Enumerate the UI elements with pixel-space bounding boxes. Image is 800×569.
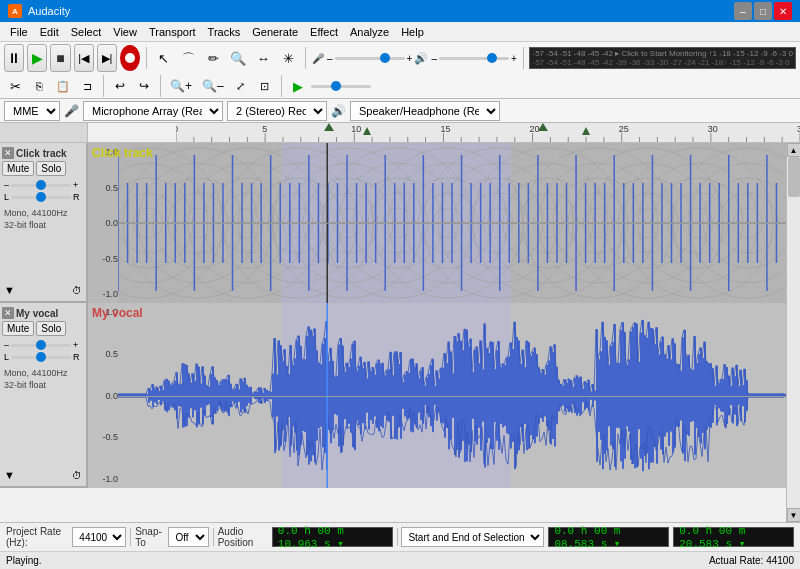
snap-to-select[interactable]: Off: [168, 527, 209, 547]
zoom-out-button[interactable]: 🔍–: [198, 75, 228, 97]
marker-icon2: [582, 127, 590, 135]
bottom-bar: Project Rate (Hz): 44100 Snap-To Off Aud…: [0, 522, 800, 551]
click-track-label: Click track: [92, 146, 153, 160]
vocal-solo-button[interactable]: Solo: [36, 321, 66, 336]
vocal-gain-row: – +: [4, 340, 82, 350]
zoom-fit-button[interactable]: ⤢: [230, 75, 252, 97]
input-volume-range[interactable]: [335, 57, 405, 60]
click-track-content[interactable]: Click track 1.0 0.5 0.0 -0.5 -1.0: [88, 143, 786, 303]
scroll-up-button[interactable]: ▲: [787, 143, 801, 157]
click-track-y-axis: 1.0 0.5 0.0 -0.5 -1.0: [88, 143, 118, 303]
main-content: File Edit Select View Transport Tracks G…: [0, 22, 800, 569]
sep4: [103, 75, 104, 97]
undo-button[interactable]: ↩: [109, 75, 131, 97]
click-track-close[interactable]: ✕: [2, 147, 14, 159]
click-solo-button[interactable]: Solo: [36, 161, 66, 176]
play-button[interactable]: ▶: [27, 44, 47, 72]
vocal-mute-button[interactable]: Mute: [2, 321, 34, 336]
menu-view[interactable]: View: [107, 25, 143, 39]
input-channels-select[interactable]: 2 (Stereo) Recor: [227, 101, 327, 121]
cut-button[interactable]: ✂: [4, 75, 26, 97]
click-pan-row: L R: [4, 192, 82, 202]
minimize-button[interactable]: –: [734, 2, 752, 20]
menu-transport[interactable]: Transport: [143, 25, 202, 39]
paste-button[interactable]: 📋: [52, 75, 74, 97]
menu-file[interactable]: File: [4, 25, 34, 39]
vocal-track-name: My vocal: [16, 308, 84, 319]
redo-button[interactable]: ↪: [133, 75, 155, 97]
vy4: -0.5: [102, 432, 118, 442]
vocal-pan-slider[interactable]: [11, 356, 71, 359]
separator3: [523, 47, 524, 69]
click-gain-slider[interactable]: [11, 184, 71, 187]
close-button[interactable]: ✕: [774, 2, 792, 20]
scroll-thumb[interactable]: [788, 157, 800, 197]
bottom-controls: Project Rate (Hz): 44100 Snap-To Off Aud…: [4, 523, 796, 551]
selection-end-value: 0.0 h 00 m 20.583 s ▾: [679, 525, 788, 550]
vocal-track-content[interactable]: My vocal 1.0 0.5 0.0 -0.5 -1.0: [88, 303, 786, 488]
vocal-gain-slider[interactable]: [11, 344, 71, 347]
host-select[interactable]: MME: [4, 101, 60, 121]
window-controls: – □ ✕: [734, 2, 792, 20]
skip-back-button[interactable]: |◀: [74, 44, 94, 72]
scroll-track[interactable]: [787, 157, 801, 508]
draw-tool[interactable]: ✏: [202, 47, 224, 69]
plus-icon: +: [407, 53, 413, 64]
click-pan-slider[interactable]: [11, 196, 71, 199]
envelope-tool[interactable]: ⌒: [177, 47, 199, 69]
selection-tool[interactable]: ↖: [152, 47, 174, 69]
zoom-in-button[interactable]: 🔍+: [166, 75, 196, 97]
output-volume-slider[interactable]: – +: [431, 53, 516, 64]
menu-tracks[interactable]: Tracks: [202, 25, 247, 39]
multi-icon: ✳: [283, 52, 294, 65]
record-button[interactable]: [120, 45, 140, 71]
timeshift-tool[interactable]: ↔: [252, 47, 274, 69]
vocal-track-close[interactable]: ✕: [2, 307, 14, 319]
menu-generate[interactable]: Generate: [246, 25, 304, 39]
vu-scale-label2: -57 -54 -51 -48 -45 -42 -39 -36 -33 -30 …: [532, 58, 789, 67]
vy5: -1.0: [102, 474, 118, 484]
copy-button[interactable]: ⎘: [28, 75, 50, 97]
menu-select[interactable]: Select: [65, 25, 108, 39]
stop-button[interactable]: ■: [50, 44, 70, 72]
output-device-select[interactable]: Speaker/Headphone (Realtek: [350, 101, 500, 121]
project-rate-select[interactable]: 44100: [72, 527, 126, 547]
track-down-icon[interactable]: ▼: [4, 284, 15, 296]
output-volume-range[interactable]: [439, 57, 509, 60]
maximize-button[interactable]: □: [754, 2, 772, 20]
zoom-tool[interactable]: 🔍: [227, 47, 249, 69]
pause-button[interactable]: ⏸: [4, 44, 24, 72]
menu-edit[interactable]: Edit: [34, 25, 65, 39]
play2-button[interactable]: ▶: [287, 75, 309, 97]
tracks-with-scroll: ✕ Click track Mute Solo – + L: [0, 143, 800, 522]
tracks-column: ✕ Click track Mute Solo – + L: [0, 143, 786, 522]
playback-speed-range[interactable]: [311, 85, 371, 88]
vocal-track-info: Mono, 44100Hz32-bit float: [2, 366, 84, 393]
menu-bar: File Edit Select View Transport Tracks G…: [0, 22, 800, 42]
menu-analyze[interactable]: Analyze: [344, 25, 395, 39]
trim-button[interactable]: ⊐: [76, 75, 98, 97]
title-bar-left: A Audacity: [8, 4, 70, 18]
scrollbar[interactable]: ▲ ▼: [786, 143, 800, 522]
vocal-pan-row: L R: [4, 352, 82, 362]
multi-tool[interactable]: ✳: [277, 47, 299, 69]
vocal-down-icon[interactable]: ▼: [4, 469, 15, 481]
input-device-select[interactable]: Microphone Array (Realtek: [83, 101, 223, 121]
menu-effect[interactable]: Effect: [304, 25, 344, 39]
selection-type-select[interactable]: Start and End of Selection: [401, 527, 544, 547]
input-volume-slider[interactable]: – + 🔊: [327, 52, 428, 65]
vocal-track-sliders: – + L R: [2, 338, 84, 364]
skip-forward-button[interactable]: ▶|: [97, 44, 117, 72]
click-mute-button[interactable]: Mute: [2, 161, 34, 176]
zoom-sel-button[interactable]: ⊡: [254, 75, 276, 97]
title-bar: A Audacity – □ ✕: [0, 0, 800, 22]
click-track-info: Mono, 44100Hz32-bit float: [2, 206, 84, 233]
gain-label: –: [4, 180, 9, 190]
speaker-icon: 🔊: [414, 52, 428, 65]
vocal-track-mute-solo: Mute Solo: [2, 321, 84, 336]
scroll-down-button[interactable]: ▼: [787, 508, 801, 522]
menu-help[interactable]: Help: [395, 25, 430, 39]
timeline-inner[interactable]: [176, 123, 800, 142]
actual-rate-text: Actual Rate: 44100: [709, 555, 794, 566]
vocal-pan-l-label: L: [4, 352, 9, 362]
